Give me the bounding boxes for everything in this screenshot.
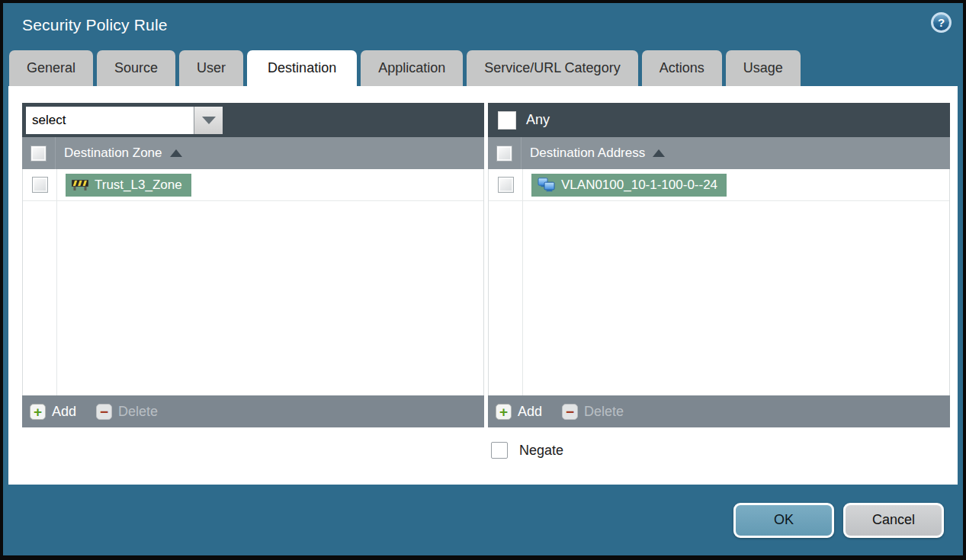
address-table-header: Destination Address <box>488 137 950 169</box>
chevron-down-icon <box>202 117 216 124</box>
zone-item-label: Trust_L3_Zone <box>95 178 182 193</box>
zone-table-header: Destination Zone <box>22 137 484 169</box>
dialog-footer: OK Cancel <box>3 485 963 555</box>
tab-usage[interactable]: Usage <box>726 50 801 86</box>
zone-item-trust-l3-zone[interactable]: Trust_L3_Zone <box>66 174 191 197</box>
zone-panel-footer: + Add − Delete <box>22 395 484 427</box>
tab-source[interactable]: Source <box>97 50 175 86</box>
add-plus-icon: + <box>496 404 512 420</box>
address-delete-button[interactable]: − Delete <box>562 404 624 420</box>
ok-button[interactable]: OK <box>733 503 834 538</box>
title-bar: Security Policy Rule ? <box>3 3 963 47</box>
delete-button-label: Delete <box>118 404 158 420</box>
table-row: Trust_L3_Zone <box>23 169 483 201</box>
destination-address-panel: Any Destination Address <box>488 103 950 427</box>
zone-rows-area: Trust_L3_Zone <box>22 169 484 395</box>
zone-panel-toolbar <box>22 103 484 137</box>
tab-service-url-category[interactable]: Service/URL Category <box>467 50 637 86</box>
dialog-title: Security Policy Rule <box>22 16 168 34</box>
address-item-vlan0100[interactable]: VLAN0100_10-1-100-0--24 <box>531 174 727 197</box>
table-row: VLAN0100_10-1-100-0--24 <box>489 169 949 201</box>
any-checkbox[interactable] <box>498 111 516 130</box>
delete-button-label: Delete <box>584 404 624 420</box>
help-icon[interactable]: ? <box>931 12 952 33</box>
address-column-header[interactable]: Destination Address <box>530 146 645 161</box>
negate-checkbox-label: Negate <box>519 443 563 459</box>
negate-row: Negate <box>491 442 950 459</box>
checkbox-column-divider <box>56 169 57 395</box>
tab-application[interactable]: Application <box>361 50 463 86</box>
any-checkbox-label: Any <box>526 112 550 128</box>
tab-user[interactable]: User <box>179 50 243 86</box>
address-rows-area: VLAN0100_10-1-100-0--24 <box>488 169 950 395</box>
zone-select-dropdown-button[interactable] <box>194 107 223 134</box>
address-group-icon <box>538 178 555 192</box>
address-item-label: VLAN0100_10-1-100-0--24 <box>561 178 717 193</box>
zone-column-header[interactable]: Destination Zone <box>64 146 162 161</box>
address-row-checkbox[interactable] <box>498 177 514 193</box>
destination-zone-panel: Destination Zone <box>22 103 484 427</box>
sort-ascending-icon <box>653 149 665 157</box>
address-panel-toolbar: Any <box>488 103 950 137</box>
tab-actions[interactable]: Actions <box>642 50 722 86</box>
delete-minus-icon: − <box>96 404 112 420</box>
checkbox-column-divider <box>522 169 523 395</box>
add-button-label: Add <box>518 404 542 420</box>
sort-ascending-icon <box>170 149 182 157</box>
tab-general[interactable]: General <box>9 50 93 86</box>
cancel-button[interactable]: Cancel <box>843 503 944 538</box>
tab-bar: General Source User Destination Applicat… <box>3 47 963 86</box>
address-panel-footer: + Add − Delete <box>488 395 950 427</box>
address-add-button[interactable]: + Add <box>496 404 542 420</box>
address-select-all-checkbox[interactable] <box>496 146 512 162</box>
zone-delete-button[interactable]: − Delete <box>96 404 158 420</box>
zone-select-combo <box>26 107 223 134</box>
add-button-label: Add <box>52 404 76 420</box>
delete-minus-icon: − <box>562 404 578 420</box>
zone-select-all-checkbox[interactable] <box>30 146 47 162</box>
tab-content-destination: Destination Zone <box>8 86 958 485</box>
negate-checkbox[interactable] <box>491 442 508 459</box>
zone-add-button[interactable]: + Add <box>30 404 76 420</box>
add-plus-icon: + <box>30 404 46 420</box>
security-policy-rule-dialog: Security Policy Rule ? General Source Us… <box>3 3 963 555</box>
zone-row-checkbox[interactable] <box>32 177 48 193</box>
zone-select-input[interactable] <box>26 107 194 134</box>
tab-destination[interactable]: Destination <box>247 50 357 86</box>
zone-icon <box>72 178 88 191</box>
